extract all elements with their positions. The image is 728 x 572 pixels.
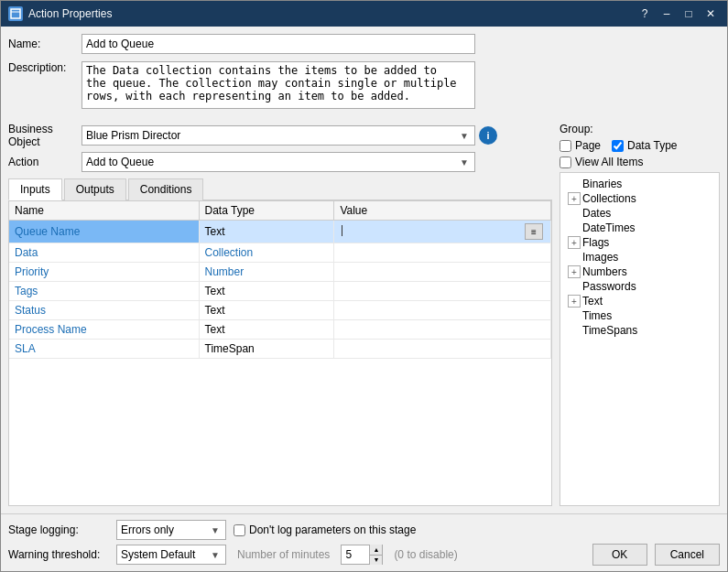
row-value-cell: [334, 263, 551, 282]
row-name-cell: SLA: [9, 340, 199, 359]
tab-conditions[interactable]: Conditions: [128, 178, 204, 200]
dont-log-checkbox[interactable]: [234, 524, 245, 536]
tree-item-label: Binaries: [582, 178, 622, 190]
row-value-cell: [334, 340, 551, 359]
tree-item-label: Passwords: [582, 280, 636, 293]
expand-icon[interactable]: +: [568, 192, 581, 205]
row-name-cell: Status: [9, 301, 199, 320]
row-name-cell: Data: [9, 243, 199, 263]
description-label: Description:: [8, 61, 81, 74]
row-value-cell: [334, 282, 551, 301]
warning-threshold-select[interactable]: System Default: [116, 545, 226, 565]
row-value-cell: [334, 301, 551, 320]
tree-item-binaries[interactable]: Binaries: [564, 177, 715, 191]
description-input[interactable]: The Data collection contains the items t…: [81, 61, 475, 109]
name-input[interactable]: [81, 34, 475, 54]
main-window: Action Properties ? – □ ✕ Name: Descript…: [0, 0, 728, 572]
description-wrapper: The Data collection contains the items t…: [81, 61, 475, 112]
spinner-down-button[interactable]: ▼: [369, 556, 382, 566]
stage-logging-label: Stage logging:: [8, 523, 109, 536]
right-panel: Group: Page Data Type View All Items Bin…: [560, 123, 720, 506]
view-all-checkbox[interactable]: [560, 156, 571, 168]
business-object-label: Business Object: [8, 123, 81, 148]
row-type-cell: Text: [199, 320, 334, 340]
tree-item-label: TimeSpans: [582, 324, 637, 337]
tabs-bar: Inputs Outputs Conditions: [8, 178, 552, 200]
tree-item-flags[interactable]: + Flags: [564, 235, 715, 250]
window-title: Action Properties: [28, 7, 636, 20]
tab-outputs[interactable]: Outputs: [64, 178, 126, 200]
tree-item-numbers[interactable]: + Numbers: [564, 264, 715, 279]
row-value-cell[interactable]: ≡: [334, 221, 551, 243]
calc-button[interactable]: ≡: [525, 223, 543, 240]
page-checkbox[interactable]: [560, 140, 571, 152]
name-label: Name:: [8, 38, 81, 50]
action-label: Action: [8, 156, 81, 168]
row-type-cell: Number: [199, 263, 334, 282]
action-select[interactable]: Add to Queue: [81, 152, 475, 172]
table-row[interactable]: Data Collection: [9, 243, 551, 263]
minutes-input[interactable]: [342, 545, 369, 564]
minutes-label: Number of minutes: [237, 548, 330, 561]
tree-item-images[interactable]: Images: [564, 250, 715, 264]
disable-note: (0 to disable): [394, 548, 457, 561]
warning-threshold-wrapper: System Default ▼: [116, 545, 226, 565]
maximize-button[interactable]: □: [679, 5, 698, 23]
tree-item-collections[interactable]: + Collections: [564, 191, 715, 206]
content-area: Name: Description: The Data collection c…: [1, 27, 727, 513]
tab-inputs[interactable]: Inputs: [8, 178, 62, 200]
table-row[interactable]: Priority Number: [9, 263, 551, 282]
spinner-up-button[interactable]: ▲: [369, 545, 382, 556]
warning-threshold-label: Warning threshold:: [8, 548, 109, 561]
expand-icon[interactable]: +: [568, 265, 581, 278]
tree-item-label: Dates: [582, 207, 611, 220]
tree-item-timespans[interactable]: TimeSpans: [564, 323, 715, 338]
dont-log-text: Don't log parameters on this stage: [249, 523, 416, 536]
svg-rect-0: [11, 9, 20, 18]
row-name-cell: Process Name: [9, 320, 199, 340]
tree-item-passwords[interactable]: Passwords: [564, 279, 715, 294]
table-row[interactable]: Queue Name Text ≡: [9, 221, 551, 243]
tree-item-dates[interactable]: Dates: [564, 206, 715, 221]
table-row[interactable]: SLA TimeSpan: [9, 340, 551, 359]
main-section: Business Object Blue Prism Director ▼ i …: [8, 123, 720, 506]
expand-icon[interactable]: +: [568, 295, 581, 308]
warning-threshold-row: Warning threshold: System Default ▼ Numb…: [8, 544, 720, 566]
tree-item-label: Flags: [582, 236, 609, 249]
minutes-input-wrap: ▲ ▼: [341, 545, 383, 565]
row-value-cell: [334, 320, 551, 340]
close-button[interactable]: ✕: [701, 5, 720, 23]
table-row[interactable]: Tags Text: [9, 282, 551, 301]
tree-item-label: Times: [582, 309, 612, 322]
view-all-label: View All Items: [575, 156, 643, 168]
ok-button[interactable]: OK: [592, 544, 647, 566]
business-object-info-button[interactable]: i: [479, 126, 497, 145]
number-spinners: ▲ ▼: [369, 545, 382, 565]
tree-item-label: Collections: [582, 192, 636, 205]
row-name-cell: Tags: [9, 282, 199, 301]
row-type-cell: Text: [199, 301, 334, 320]
tree-item-datetimes[interactable]: DateTimes: [564, 221, 715, 235]
stage-logging-row: Stage logging: Errors only ▼ Don't log p…: [8, 520, 720, 540]
tree-item-label: Images: [582, 251, 618, 264]
bottom-bar: Stage logging: Errors only ▼ Don't log p…: [1, 513, 727, 571]
window-controls: ? – □ ✕: [636, 5, 720, 23]
help-button[interactable]: ?: [636, 5, 654, 23]
minimize-button[interactable]: –: [657, 5, 676, 23]
stage-logging-wrapper: Errors only ▼: [116, 520, 226, 540]
cancel-button[interactable]: Cancel: [655, 544, 720, 566]
data-type-checkbox[interactable]: [612, 140, 624, 152]
expand-icon[interactable]: +: [568, 236, 581, 249]
business-object-row: Business Object Blue Prism Director ▼ i: [8, 123, 552, 148]
business-object-select[interactable]: Blue Prism Director: [81, 125, 475, 146]
tree-container: Binaries + Collections Dates DateTimes: [560, 172, 720, 506]
tree-item-label: Numbers: [582, 265, 627, 278]
data-table: Name Data Type Value Queue Name Text: [9, 201, 551, 359]
dont-log-label: Don't log parameters on this stage: [234, 523, 416, 536]
tree-item-times[interactable]: Times: [564, 308, 715, 323]
page-checkbox-label: Page: [575, 139, 601, 152]
table-row[interactable]: Status Text: [9, 301, 551, 320]
table-row[interactable]: Process Name Text: [9, 320, 551, 340]
stage-logging-select[interactable]: Errors only: [116, 520, 226, 540]
tree-item-text[interactable]: + Text: [564, 294, 715, 308]
